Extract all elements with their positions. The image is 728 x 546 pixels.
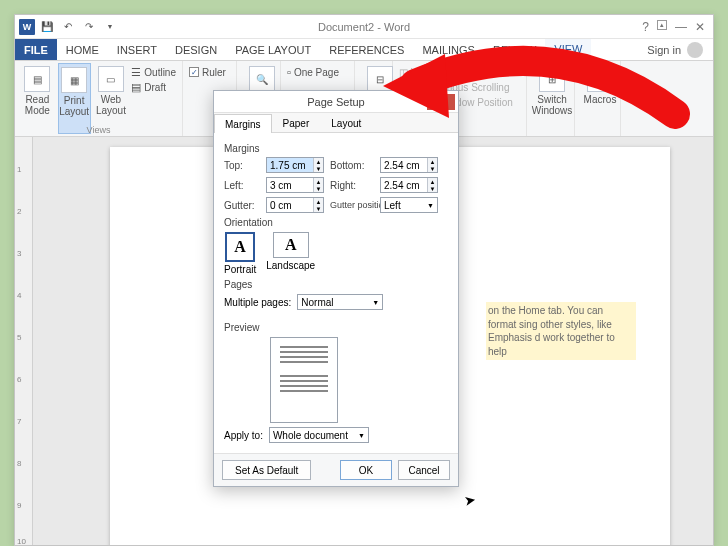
undo-icon[interactable]: ↶	[59, 18, 77, 36]
ribbon-tabs: FILE HOME INSERT DESIGN PAGE LAYOUT REFE…	[15, 39, 713, 61]
section-pages: Pages	[224, 279, 448, 290]
chevron-down-icon: ▼	[358, 432, 365, 439]
help-icon[interactable]: ?	[642, 20, 649, 34]
views-group-label: Views	[15, 125, 182, 135]
outline-label: Outline	[144, 67, 176, 78]
set-default-button[interactable]: Set As Default	[222, 460, 311, 480]
gutter-pos-label: Gutter position:	[330, 200, 374, 210]
left-input[interactable]	[267, 178, 313, 192]
left-label: Left:	[224, 180, 260, 191]
gutter-spinner[interactable]: ▲▼	[266, 197, 324, 213]
right-label: Right:	[330, 180, 374, 191]
one-page-button[interactable]: ▫One Page	[287, 65, 348, 79]
close-icon[interactable]: ✕	[695, 20, 705, 34]
landscape-button[interactable]: ALandscape	[266, 232, 315, 275]
multiple-pages-select[interactable]: Normal▼	[297, 294, 383, 310]
down-icon[interactable]: ▼	[314, 165, 323, 172]
gutter-label: Gutter:	[224, 200, 260, 211]
macros-button[interactable]: ▶Macros	[581, 63, 619, 105]
up-icon[interactable]: ▲	[314, 158, 323, 165]
cancel-button[interactable]: Cancel	[398, 460, 450, 480]
right-spinner[interactable]: ▲▼	[380, 177, 438, 193]
section-margins: Margins	[224, 143, 448, 154]
save-icon[interactable]: 💾	[38, 18, 56, 36]
page-setup-dialog: Page Setup ✕ Margins Paper Layout Margin…	[213, 90, 459, 487]
tab-view[interactable]: VIEW	[545, 39, 591, 60]
switch-windows-icon: ⊞	[539, 66, 565, 92]
read-mode-label: Read Mode	[21, 94, 54, 116]
side-label: View Side by Side	[411, 67, 491, 78]
zoom-button[interactable]: 🔍	[243, 63, 281, 92]
web-layout-button[interactable]: ▭Web Layout	[95, 63, 128, 134]
apply-to-select[interactable]: Whole document▼	[269, 427, 369, 443]
sign-in[interactable]: Sign in	[637, 39, 713, 60]
down-icon[interactable]: ▼	[314, 185, 323, 192]
tab-home[interactable]: HOME	[57, 39, 108, 60]
gutter-input[interactable]	[267, 198, 313, 212]
tab-references[interactable]: REFERENCES	[320, 39, 413, 60]
redo-icon[interactable]: ↷	[80, 18, 98, 36]
chevron-down-icon: ▼	[427, 202, 434, 209]
draft-button[interactable]: ▤Draft	[131, 80, 176, 94]
switch-label: Switch Windows	[532, 94, 573, 116]
web-layout-icon: ▭	[98, 66, 124, 92]
top-spinner[interactable]: ▲▼	[266, 157, 324, 173]
page-sample-text: on the Home tab. You can format sing oth…	[486, 302, 636, 360]
dialog-close-button[interactable]: ✕	[427, 94, 455, 110]
tab-page-layout[interactable]: PAGE LAYOUT	[226, 39, 320, 60]
sign-in-label: Sign in	[647, 44, 681, 56]
minimize-icon[interactable]: —	[675, 20, 687, 34]
one-page-label: One Page	[294, 67, 339, 78]
view-side-by-side: ◫View Side by Side	[399, 65, 520, 79]
up-icon[interactable]: ▲	[428, 158, 437, 165]
bottom-label: Bottom:	[330, 160, 374, 171]
ribbon-toggle-icon[interactable]: ▴	[657, 20, 667, 30]
tab-mailings[interactable]: MAILINGS	[413, 39, 484, 60]
right-input[interactable]	[381, 178, 427, 192]
switch-windows-button[interactable]: ⊞Switch Windows	[533, 63, 571, 116]
qat-dropdown-icon[interactable]: ▼	[101, 18, 119, 36]
portrait-label: Portrait	[224, 264, 256, 275]
vertical-ruler: 1 2 3 4 5 6 7 8 9 10	[15, 137, 33, 545]
dialog-tabs: Margins Paper Layout	[214, 113, 458, 133]
gutter-pos-select[interactable]: Left▼	[380, 197, 438, 213]
tab-design[interactable]: DESIGN	[166, 39, 226, 60]
top-input[interactable]	[267, 158, 313, 172]
tab-insert[interactable]: INSERT	[108, 39, 166, 60]
chevron-down-icon: ▼	[372, 299, 379, 306]
down-icon[interactable]: ▼	[428, 185, 437, 192]
dialog-title: Page Setup ✕	[214, 91, 458, 113]
bottom-spinner[interactable]: ▲▼	[380, 157, 438, 173]
read-mode-button[interactable]: ▤Read Mode	[21, 63, 54, 134]
dialog-title-text: Page Setup	[307, 96, 365, 108]
ruler-label: Ruler	[202, 67, 226, 78]
up-icon[interactable]: ▲	[428, 178, 437, 185]
print-layout-icon: ▦	[61, 67, 87, 93]
gutter-pos-value: Left	[384, 200, 401, 211]
print-layout-label: Print Layout	[59, 95, 90, 117]
ruler-checkbox[interactable]: ✓Ruler	[189, 65, 230, 79]
outline-button[interactable]: ☰Outline	[131, 65, 176, 79]
split-icon: ⊟	[367, 66, 393, 92]
up-icon[interactable]: ▲	[314, 178, 323, 185]
portrait-button[interactable]: APortrait	[224, 232, 256, 275]
print-layout-button[interactable]: ▦Print Layout	[58, 63, 91, 134]
window-title: Document2 - Word	[318, 21, 410, 33]
tab-review[interactable]: REVIEW	[484, 39, 545, 60]
landscape-label: Landscape	[266, 260, 315, 271]
macros-icon: ▶	[587, 66, 613, 92]
dialog-tab-margins[interactable]: Margins	[214, 114, 272, 133]
tab-file[interactable]: FILE	[15, 39, 57, 60]
dialog-tab-layout[interactable]: Layout	[320, 113, 372, 132]
dialog-tab-paper[interactable]: Paper	[272, 113, 321, 132]
multiple-pages-label: Multiple pages:	[224, 297, 291, 308]
bottom-input[interactable]	[381, 158, 427, 172]
draft-label: Draft	[144, 82, 166, 93]
down-icon[interactable]: ▼	[428, 165, 437, 172]
section-preview: Preview	[224, 322, 448, 333]
word-icon: W	[19, 19, 35, 35]
ok-button[interactable]: OK	[340, 460, 392, 480]
down-icon[interactable]: ▼	[314, 205, 323, 212]
left-spinner[interactable]: ▲▼	[266, 177, 324, 193]
up-icon[interactable]: ▲	[314, 198, 323, 205]
